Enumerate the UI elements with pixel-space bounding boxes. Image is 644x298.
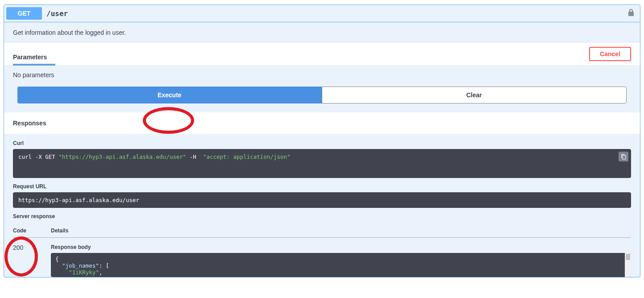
endpoint-block: GET /user Get information about the logg… [4,4,640,277]
response-table: Code Details 200 Response body { "job_na… [13,224,631,277]
col-details: Details [51,224,631,238]
status-code: 200 [13,238,51,277]
col-code: Code [13,224,51,238]
request-url-block: https://hyp3-api.asf.alaska.edu/user [13,192,631,208]
endpoint-summary[interactable]: GET /user [4,5,640,22]
http-method-badge: GET [6,7,42,20]
endpoint-description: Get information about the logged in user… [4,22,640,43]
tab-underline [13,64,55,66]
parameters-tab-header: Parameters Cancel [4,43,640,65]
curl-url: "https://hyp3-api.asf.alaska.edu/user" [58,153,186,160]
response-body-label: Response body [51,244,631,250]
curl-header: "accept: application/json" [203,153,291,160]
execute-button[interactable]: Execute [17,87,322,103]
cancel-button[interactable]: Cancel [589,47,631,61]
response-row: 200 Response body { "job_names": [ "1iKR… [13,238,631,277]
endpoint-path: /user [46,9,68,18]
scrollbar[interactable] [625,253,631,277]
curl-label: Curl [13,140,631,146]
request-url-label: Request URL [13,183,631,190]
curl-block: curl -X GET "https://hyp3-api.asf.alaska… [13,149,631,178]
endpoint-body: Get information about the logged in user… [4,22,640,277]
no-parameters-text: No parameters [13,71,54,79]
server-response-label: Server response [13,213,631,219]
clear-button[interactable]: Clear [322,87,627,103]
curl-prefix: curl -X GET [18,153,58,160]
curl-mid: -H [186,153,203,160]
response-body-block: { "job_names": [ "1iKRyky", [51,253,631,277]
copy-icon[interactable] [619,152,628,161]
execute-wrapper: Execute Clear [4,87,640,112]
responses-inner: Curl curl -X GET "https://hyp3-api.asf.a… [4,134,640,277]
lock-icon[interactable] [627,8,635,18]
parameters-container: No parameters [4,65,640,87]
responses-header: Responses [4,112,640,134]
